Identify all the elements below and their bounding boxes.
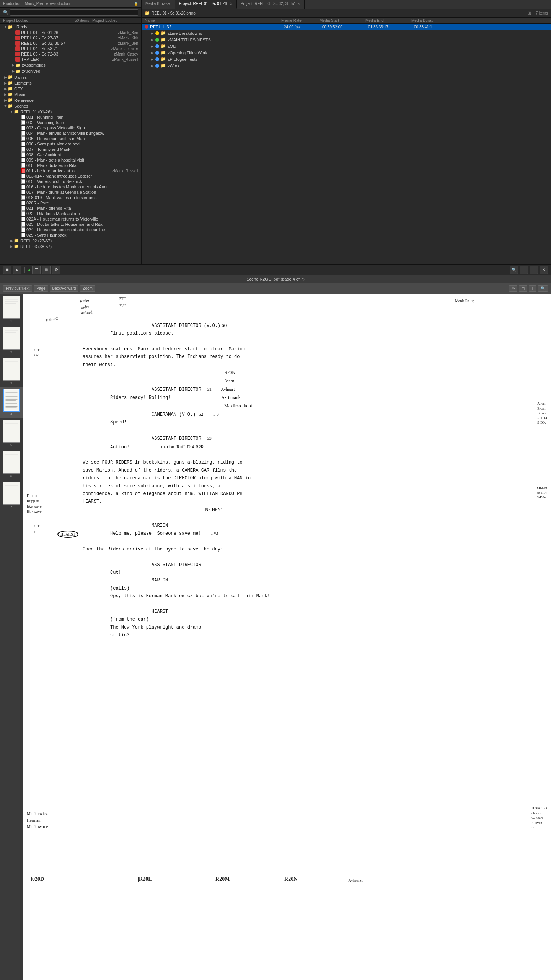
tool2[interactable]: ◻ — [519, 285, 527, 292]
tree-item-reel03[interactable]: REEL 03 - Sc 32, 38-57 zMank_Ben — [0, 41, 141, 46]
tree-item-zarchived[interactable]: ▶ 📁 zArchived — [0, 68, 141, 74]
tree-item-scene021[interactable]: 021 - Mank offends Rita — [0, 206, 141, 211]
tree-item-scene016[interactable]: 016 - Lederer invites Mank to meet his A… — [0, 184, 141, 189]
tree-item-scene015[interactable]: 015 - Writers pitch to Selznick — [0, 179, 141, 184]
tree-item-scene018[interactable]: 018-019 - Mank wakes up to screams — [0, 195, 141, 200]
tree-item-scene013[interactable]: 013-014 - Mank introduces Lederer — [0, 173, 141, 179]
tree-item-trailer[interactable]: TRAILER zMank_Russell — [0, 57, 141, 62]
svg-rect-11 — [4, 390, 19, 411]
tree-item-scene003[interactable]: 003 - Cars pass Victorville Sigo — [0, 125, 141, 131]
media-item-zmain[interactable]: ▶ 📁 zMAIN TITLES NESTS — [142, 36, 551, 43]
reel-icon — [15, 36, 20, 40]
tree-item-scene001[interactable]: 001 - Running Train — [0, 114, 141, 120]
page-thumb-7[interactable]: 7 — [0, 480, 23, 511]
page-thumb-4[interactable]: 4 — [0, 387, 23, 418]
tree-item-elements[interactable]: ▶ 📁 Elements — [0, 80, 141, 86]
tab-reel01[interactable]: Project: REEL 01 - Sc 01-26 ✕ — [175, 0, 237, 9]
prev-btn[interactable]: Previous/Next — [3, 285, 32, 292]
close-tool-btn[interactable]: ✕ — [540, 266, 548, 274]
tree-item-gfx[interactable]: ▶ 📁 GFX — [0, 86, 141, 91]
tab-close-btn[interactable]: ✕ — [297, 2, 300, 6]
annotation-left-1: DramaRupp-utlike wavelike wave — [27, 493, 42, 514]
page-thumb-1[interactable]: 1 — [0, 294, 23, 325]
tree-item-scene006[interactable]: 006 - Sara puts Mank to bed — [0, 141, 141, 147]
color-dot-blue — [155, 64, 159, 68]
tree-item-music[interactable]: ▶ 📁 Music — [0, 91, 141, 97]
chevron-icon: ▼ — [3, 25, 8, 29]
tree-item-reel03-57[interactable]: ▶ 📁 REEL 03 (38-57) — [0, 243, 141, 249]
page-thumb-2[interactable]: 2 — [0, 325, 23, 356]
scene013-label: 013-014 - Mank introduces Lederer — [26, 174, 141, 178]
tree-item-scene025[interactable]: 025 - Sara Flashback — [0, 232, 141, 238]
lock-icon: 🔒 — [134, 2, 138, 6]
tree-item-zassemblies[interactable]: ▶ 📁 zAssemblies — [0, 62, 141, 68]
tree-item-scene023[interactable]: 023 - Doctor talks to Houseman and Rita — [0, 222, 141, 227]
zoom-btn[interactable]: Zoom — [80, 285, 95, 292]
tree-item-reel02[interactable]: REEL 02 - Sc 27-37 zMank_Kirk — [0, 35, 141, 41]
tree-item-scene010[interactable]: 010 - Mank dictates to Rita — [0, 163, 141, 168]
tree-item-scene017[interactable]: 017 - Mank drunk at Glendale Station — [0, 189, 141, 195]
media-item-zopening[interactable]: ▶ 📁 zOpening Titles Work — [142, 49, 551, 56]
tab-media-browser[interactable]: Media Browser — [142, 0, 175, 9]
back-forward-btn[interactable]: Back/Forward — [50, 285, 79, 292]
tree-item-scene005[interactable]: 005 - Houseman settles in Mank — [0, 136, 141, 141]
col-header-row: Project Locked 50 items Project Locked — [0, 18, 141, 24]
page-btn[interactable]: Page — [34, 285, 48, 292]
tree-item-scene011[interactable]: 011 - Lederer arrives at lot zMank_Russe… — [0, 168, 141, 173]
tree-item-scenes[interactable]: ▼ 📁 Scenes — [0, 103, 141, 109]
page-thumb-6[interactable]: 6 — [0, 449, 23, 480]
thumb-img-2 — [3, 327, 20, 350]
page-thumb-3[interactable]: 3 — [0, 356, 23, 387]
stop-btn[interactable]: ⏹ — [3, 266, 11, 274]
media-item-zline[interactable]: ▶ 📁 zLine Breakdowns — [142, 30, 551, 36]
tree-item-scene009[interactable]: 009 - Mank gets a hospital visit — [0, 157, 141, 163]
folder-icon: 📁 — [14, 109, 19, 114]
page-thumb-5[interactable]: 5 — [0, 418, 23, 449]
tree-item-scene020r[interactable]: 020R - Pyre — [0, 200, 141, 206]
tree-item-reference[interactable]: ▶ 📁 Reference — [0, 97, 141, 103]
media-item-reel1-32[interactable]: REEL 1_32 24.00 fps 00:59:52:00 01:33:33… — [142, 24, 551, 30]
breadcrumb-icon: 📁 — [145, 11, 150, 16]
tool4[interactable]: 🔍 — [538, 285, 548, 292]
folder-icon: 📁 — [161, 37, 166, 42]
media-item-zwork[interactable]: ▶ 📁 zWork — [142, 62, 551, 69]
tree-item-dailies[interactable]: ▶ 📁 Dailies — [0, 74, 141, 80]
tree-item-reels[interactable]: ▼ 📁 _Reels — [0, 24, 141, 30]
tree-item-scene022[interactable]: 022 - Rita finds Mank asleep — [0, 211, 141, 216]
grid-btn[interactable]: ⊞ — [42, 266, 51, 274]
tool1[interactable]: ✏ — [509, 285, 517, 292]
expand-btn[interactable]: □ — [530, 266, 538, 274]
search-tool-btn[interactable]: 🔍 — [510, 266, 518, 274]
annotation-hearst-circle: HEARST — [57, 531, 78, 537]
tree-item-reel01-26[interactable]: ▼ 📁 REEL 01 (01-26) — [0, 109, 141, 114]
tree-item-scene024[interactable]: 024 - Houseman conerned about deadline — [0, 227, 141, 232]
tree-item-reel04[interactable]: REEL 04 - Sc 58-71 zMank_Jennifer — [0, 46, 141, 51]
col-name-label: Project Locked — [3, 18, 75, 23]
tab-reel03[interactable]: Project: REEL 03 - Sc 32, 38-57 ✕ — [237, 0, 305, 9]
play-btn[interactable]: ▶ — [13, 266, 21, 274]
minimize-btn[interactable]: ─ — [520, 266, 528, 274]
tool3[interactable]: T — [529, 285, 536, 292]
tree-item-reel01[interactable]: REEL 01 - Sc 01-26 zMank_Ben — [0, 30, 141, 35]
media-item-zold[interactable]: ▶ 📁 zOld — [142, 43, 551, 49]
tree-item-scene022a[interactable]: 022A - Houseman returns to Victorville — [0, 216, 141, 222]
media-item-zprologue[interactable]: ▶ 📁 zPrologue Tests — [142, 56, 551, 62]
scene008-label: 008 - Car Accident — [26, 152, 141, 157]
tab-close-btn[interactable]: ✕ — [230, 2, 233, 6]
tree-item-reel05[interactable]: REEL 05 - Sc 72-83 zMank_Casey — [0, 51, 141, 57]
folder-icon: 📁 — [161, 63, 166, 68]
search-input[interactable] — [10, 9, 138, 16]
tree-item-reel02-37[interactable]: ▶ 📁 REEL 02 (27-37) — [0, 238, 141, 243]
script-wrapper[interactable]: R20mwiderdefined BTCtight Mank-R↑ up ASS… — [23, 294, 551, 980]
scene023-label: 023 - Doctor talks to Houseman and Rita — [26, 222, 141, 227]
media-name-zold: zOld — [168, 44, 176, 49]
tree-item-scene007[interactable]: 007 - Tommy and Mank — [0, 147, 141, 152]
settings-btn[interactable]: ⚙ — [52, 266, 60, 274]
scene018-label: 018-019 - Mank wakes up to screams — [26, 195, 141, 200]
tree-item-scene008[interactable]: 008 - Car Accident — [0, 152, 141, 157]
reel02-37-label: REEL 02 (27-37) — [20, 238, 141, 243]
tree-item-scene004[interactable]: 004 - Mank arrives at Victorville bungal… — [0, 131, 141, 136]
script-section: Scene R20(1).pdf (page 4 of 7) Previous/… — [0, 275, 551, 980]
tree-item-scene002[interactable]: 002 - Watching train — [0, 120, 141, 125]
list-btn[interactable]: ☰ — [32, 266, 41, 274]
